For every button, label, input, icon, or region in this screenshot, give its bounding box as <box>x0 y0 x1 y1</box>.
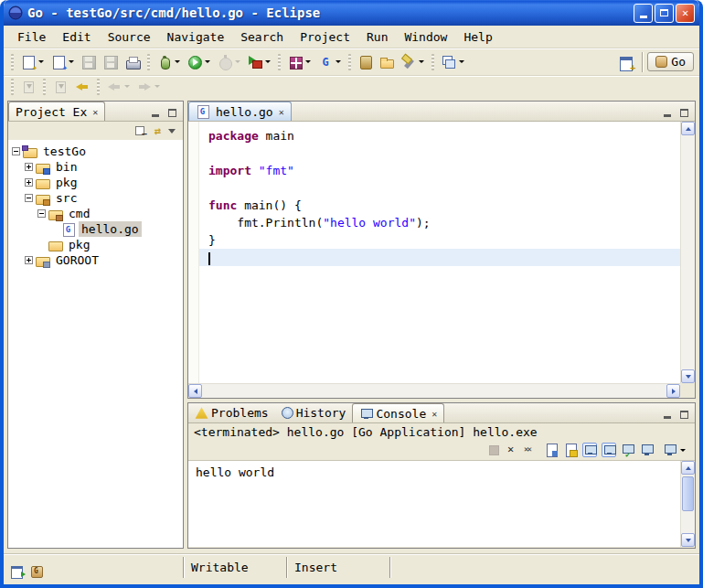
code-line-6[interactable]: fmt.Println("hello world"); <box>199 214 680 231</box>
forward-button[interactable] <box>133 77 164 97</box>
maximize-view-button[interactable] <box>677 106 690 117</box>
tree-item-pkg[interactable]: pkg <box>8 175 183 190</box>
maximize-view-button[interactable] <box>165 106 178 117</box>
external-tools-button[interactable] <box>244 52 274 72</box>
menu-run[interactable]: Run <box>358 27 396 47</box>
tree-item-src[interactable]: src <box>8 190 183 206</box>
menu-navigate[interactable]: Navigate <box>159 27 233 47</box>
menu-source[interactable]: Source <box>100 27 159 47</box>
menu-project[interactable]: Project <box>292 27 358 47</box>
go-perspective-button[interactable]: Go <box>647 52 694 71</box>
pin-console-toggle[interactable] <box>621 443 635 457</box>
new-wizard-button[interactable] <box>17 52 48 72</box>
annotation-ruler[interactable] <box>188 122 199 383</box>
close-button[interactable]: ✕ <box>676 4 695 23</box>
code-line-3[interactable]: import "fmt" <box>199 162 680 179</box>
save-all-button[interactable] <box>100 52 122 72</box>
menu-help[interactable]: Help <box>455 27 500 47</box>
tab-console[interactable]: Console✕ <box>352 403 444 422</box>
scroll-down-button[interactable] <box>681 533 695 547</box>
scroll-lock-toggle[interactable] <box>563 443 578 457</box>
scroll-up-button[interactable] <box>681 461 695 475</box>
console-vertical-scrollbar[interactable] <box>680 461 695 547</box>
new-project-button[interactable] <box>284 52 314 72</box>
next-annotation-button[interactable] <box>17 77 39 97</box>
minimize-view-button[interactable] <box>661 106 674 117</box>
menu-search[interactable]: Search <box>232 27 292 47</box>
tree-item-pkg[interactable]: pkg <box>8 237 183 252</box>
scroll-up-button[interactable] <box>681 122 695 135</box>
code-line-5[interactable]: func main() { <box>199 197 680 214</box>
go-fast-view-icon[interactable] <box>30 564 44 577</box>
console-output[interactable]: hello world <box>188 461 680 547</box>
code-line-2[interactable] <box>199 144 680 162</box>
display-selected-console-button[interactable] <box>640 443 655 457</box>
tab-history[interactable]: History <box>275 403 353 422</box>
fast-view-button[interactable] <box>11 564 25 577</box>
view-menu-button[interactable] <box>168 129 176 134</box>
new-go-element-button[interactable] <box>48 52 78 72</box>
remove-launch-button[interactable] <box>506 443 520 457</box>
menu-edit[interactable]: Edit <box>54 27 99 47</box>
scroll-left-button[interactable] <box>188 384 202 398</box>
open-console-button[interactable] <box>659 440 689 460</box>
maximize-view-button[interactable] <box>677 408 690 419</box>
tree-item-hello-go[interactable]: hello.go <box>8 221 183 237</box>
minimize-view-button[interactable] <box>661 408 674 419</box>
tree-item-testgo[interactable]: testGo <box>8 144 183 159</box>
menu-window[interactable]: Window <box>396 27 455 47</box>
compare-button[interactable] <box>438 52 468 72</box>
tree-expander-icon[interactable] <box>25 178 33 187</box>
last-edit-location-button[interactable] <box>71 77 93 97</box>
menu-file[interactable]: File <box>9 27 54 47</box>
back-button[interactable] <box>103 77 133 97</box>
open-task-button[interactable] <box>355 52 377 72</box>
tree-expander-icon[interactable] <box>25 256 33 264</box>
tab-problems[interactable]: Problems <box>188 403 275 422</box>
tree-expander-icon[interactable] <box>37 209 46 218</box>
tree-item-bin[interactable]: bin <box>8 159 183 175</box>
collapse-all-button[interactable] <box>134 124 147 137</box>
close-tab-icon[interactable]: ✕ <box>279 107 284 117</box>
previous-annotation-button[interactable] <box>49 77 71 97</box>
clear-console-button[interactable] <box>544 443 559 457</box>
run-button[interactable] <box>184 52 214 72</box>
close-tab-icon[interactable]: ✕ <box>431 409 437 419</box>
terminate-button[interactable] <box>486 443 501 457</box>
tab-project-explorer[interactable]: Project Ex ✕ <box>8 102 105 121</box>
scroll-right-button[interactable] <box>666 384 680 398</box>
open-perspective-button[interactable] <box>615 52 637 72</box>
editor-horizontal-scrollbar[interactable] <box>188 383 680 398</box>
tree-expander-icon[interactable] <box>25 194 33 202</box>
minimize-view-button[interactable] <box>149 106 162 117</box>
editor-vertical-scrollbar[interactable] <box>680 122 695 383</box>
search-button[interactable] <box>398 52 428 72</box>
print-button[interactable] <box>122 52 144 72</box>
code-line-8[interactable] <box>199 249 680 266</box>
tree-item-cmd[interactable]: cmd <box>8 206 183 221</box>
tree-item-goroot[interactable]: GOROOT <box>8 252 183 268</box>
show-stdout-toggle[interactable] <box>582 443 597 457</box>
close-tab-icon[interactable]: ✕ <box>92 107 98 117</box>
debug-button[interactable] <box>154 52 184 72</box>
profile-button[interactable] <box>214 52 244 72</box>
tree-expander-icon[interactable] <box>12 147 20 155</box>
title-bar[interactable]: Go - testGo/src/cmd/hello.go - Eclipse ✕ <box>4 0 699 26</box>
code-line-1[interactable]: package main <box>199 127 680 144</box>
show-stderr-toggle[interactable] <box>602 443 616 457</box>
code-line-4[interactable] <box>199 179 680 197</box>
code-line-7[interactable]: } <box>199 231 680 249</box>
link-with-editor-button[interactable]: ⇄ <box>154 124 161 137</box>
open-resource-button[interactable] <box>377 52 398 72</box>
minimize-button[interactable] <box>634 4 653 23</box>
scrollbar-thumb[interactable] <box>682 476 694 511</box>
tree-expander-icon[interactable] <box>25 163 33 171</box>
maximize-button[interactable] <box>655 4 674 23</box>
tree-item-label: src <box>53 190 80 206</box>
code-area[interactable]: package mainimport "fmt"func main() { fm… <box>199 122 680 383</box>
scroll-down-button[interactable] <box>681 369 695 383</box>
save-button[interactable] <box>78 52 100 72</box>
tab-hello-go[interactable]: hello.go ✕ <box>188 102 292 121</box>
new-go-file-button[interactable] <box>314 52 345 72</box>
remove-all-terminated-button[interactable] <box>525 443 539 457</box>
